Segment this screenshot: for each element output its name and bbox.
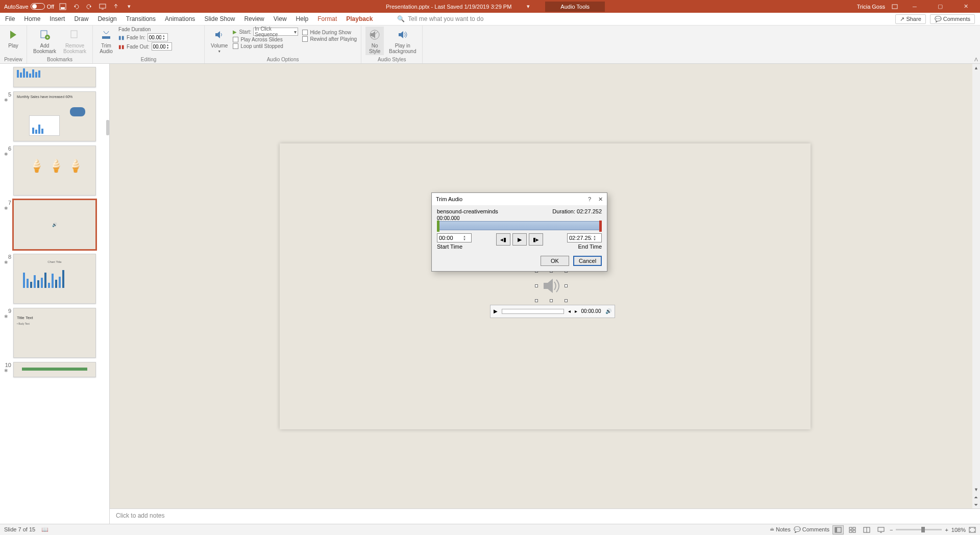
waveform-timeline[interactable] <box>437 221 602 230</box>
zoom-slider[interactable] <box>896 529 942 530</box>
zoom-level[interactable]: 108% <box>951 527 966 533</box>
start-dropdown[interactable]: In Click Sequence▾ <box>253 28 298 36</box>
scroll-up-icon[interactable]: ▲ <box>972 64 980 71</box>
tell-me-label: Tell me what you want to do <box>408 15 483 22</box>
collapse-ribbon-icon[interactable]: ᐱ <box>974 57 978 62</box>
normal-view-icon[interactable] <box>832 525 844 534</box>
slide-7[interactable]: ▶ ◂ ▸ 00:00.00 🔊 <box>280 143 811 429</box>
maximize-icon[interactable]: ▢ <box>930 0 950 13</box>
thumbnail-7[interactable]: 7✱ 🔊 <box>0 198 109 252</box>
tab-help[interactable]: Help <box>296 15 309 22</box>
trim-audio-button[interactable]: Trim Audio <box>97 27 115 55</box>
autosave-toggle[interactable]: AutoSave Off <box>4 3 54 10</box>
dialog-help-icon[interactable]: ? <box>588 196 591 203</box>
slide-counter[interactable]: Slide 7 of 15 <box>4 526 35 533</box>
thumbnail-8[interactable]: 8✱ Chart Title <box>0 252 109 306</box>
zoom-in-icon[interactable]: + <box>945 527 948 533</box>
vertical-scrollbar[interactable]: ▲ ▼ ⏶ ⏷ <box>972 64 980 508</box>
thumbnail-5[interactable]: 5✱ Monthly Sales have increased 60% <box>0 89 109 143</box>
save-icon[interactable] <box>58 2 67 11</box>
tab-review[interactable]: Review <box>244 15 264 22</box>
reading-view-icon[interactable] <box>861 525 872 534</box>
player-play-icon[interactable]: ▶ <box>494 308 498 314</box>
tab-insert[interactable]: Insert <box>50 15 65 22</box>
start-marker[interactable] <box>437 221 439 232</box>
touch-mode-icon[interactable] <box>111 2 120 11</box>
minimize-icon[interactable]: ─ <box>904 0 925 13</box>
add-bookmark-button[interactable]: Add Bookmark <box>31 27 58 55</box>
no-style-button[interactable]: No Style <box>365 27 384 55</box>
thumbnail-6[interactable]: 6✱ 🍦🍦🍦 <box>0 143 109 198</box>
thumbnail-10[interactable]: 10✱ <box>0 360 109 379</box>
player-progress[interactable] <box>502 309 564 314</box>
audio-object[interactable] <box>536 271 566 301</box>
zoom-out-icon[interactable]: − <box>890 527 893 533</box>
qat-dropdown-icon[interactable]: ▾ <box>125 2 134 11</box>
present-icon[interactable] <box>98 2 107 11</box>
player-prev-icon[interactable]: ◂ <box>568 308 571 314</box>
tab-file[interactable]: File <box>5 15 15 22</box>
next-frame-button[interactable]: ▮▸ <box>529 233 543 246</box>
tab-animations[interactable]: Animations <box>165 15 195 22</box>
tab-home[interactable]: Home <box>24 15 40 22</box>
tab-playback[interactable]: Playback <box>346 15 373 22</box>
tab-draw[interactable]: Draw <box>74 15 88 22</box>
tab-format[interactable]: Format <box>317 15 337 22</box>
tab-view[interactable]: View <box>274 15 287 22</box>
group-preview: Preview <box>4 57 22 62</box>
loop-checkbox[interactable]: Loop until Stopped <box>233 43 299 49</box>
notes-button[interactable]: ≐ Notes <box>770 526 791 533</box>
audio-player-bar[interactable]: ▶ ◂ ▸ 00:00.00 🔊 <box>490 305 615 318</box>
tab-slideshow[interactable]: Slide Show <box>204 15 235 22</box>
next-slide-icon[interactable]: ⏷ <box>972 501 980 508</box>
dialog-close-icon[interactable]: ✕ <box>598 196 603 203</box>
redo-icon[interactable] <box>85 2 94 11</box>
fit-to-window-icon[interactable] <box>969 527 976 533</box>
spellcheck-icon[interactable]: 📖 <box>41 526 48 533</box>
prev-frame-button[interactable]: ◂▮ <box>496 233 510 246</box>
svg-rect-12 <box>853 527 855 529</box>
tab-transitions[interactable]: Transitions <box>126 15 156 22</box>
play-in-background-button[interactable]: Play in Background <box>387 27 418 55</box>
svg-rect-10 <box>835 527 837 532</box>
play-across-slides-checkbox[interactable]: Play Across Slides <box>233 37 299 42</box>
share-button[interactable]: ↗ Share <box>895 14 925 24</box>
end-time-input[interactable]: ▲▼ <box>567 233 602 242</box>
panel-resize-handle[interactable] <box>106 120 109 135</box>
start-time-label: Start Time <box>437 244 472 250</box>
fade-out-input[interactable]: ▲▼ <box>152 42 172 51</box>
play-button[interactable]: Play <box>4 27 22 50</box>
prev-slide-icon[interactable]: ⏶ <box>972 493 980 501</box>
ribbon-display-icon[interactable] <box>890 2 899 11</box>
tell-me-search[interactable]: 🔍 Tell me what you want to do <box>397 15 483 22</box>
end-marker[interactable] <box>599 221 602 232</box>
notes-pane[interactable]: Click to add notes <box>110 508 980 524</box>
player-volume-icon[interactable]: 🔊 <box>605 308 611 314</box>
sorter-view-icon[interactable] <box>847 525 858 534</box>
thumbnail-9[interactable]: 9✱ Title Text• Body Text <box>0 306 109 360</box>
fade-duration-label: Fade Duration <box>118 27 200 32</box>
cancel-button[interactable]: Cancel <box>573 256 602 266</box>
speaker-icon: 🔊 <box>52 223 57 227</box>
undo-icon[interactable] <box>71 2 81 11</box>
play-pause-button[interactable]: ▶ <box>512 233 527 246</box>
comments-button[interactable]: 💬 Comments <box>930 14 975 24</box>
fade-in-input[interactable]: ▲▼ <box>148 33 168 41</box>
start-time-input[interactable]: ▲▼ <box>437 233 472 242</box>
ok-button[interactable]: OK <box>541 256 569 266</box>
position-time: 00:00.000 <box>437 215 602 221</box>
ribbon-tabs: File Home Insert Draw Design Transitions… <box>0 13 980 26</box>
thumbnail-4-partial[interactable] <box>0 65 109 89</box>
player-next-icon[interactable]: ▸ <box>575 308 577 314</box>
close-icon[interactable]: ✕ <box>955 0 976 13</box>
slide-thumbnail-panel[interactable]: 5✱ Monthly Sales have increased 60% 6✱ 🍦… <box>0 64 110 524</box>
volume-button[interactable]: Volume▼ <box>209 27 230 55</box>
comments-button[interactable]: 💬 Comments <box>794 526 829 533</box>
hide-during-show-checkbox[interactable]: Hide During Show <box>302 30 357 35</box>
user-name[interactable]: Tricia Goss <box>857 4 885 10</box>
tab-design[interactable]: Design <box>97 15 116 22</box>
slideshow-view-icon[interactable] <box>875 525 887 534</box>
rewind-after-playing-checkbox[interactable]: Rewind after Playing <box>302 36 357 42</box>
group-editing: Editing <box>141 57 157 62</box>
scroll-down-icon[interactable]: ▼ <box>972 485 980 493</box>
